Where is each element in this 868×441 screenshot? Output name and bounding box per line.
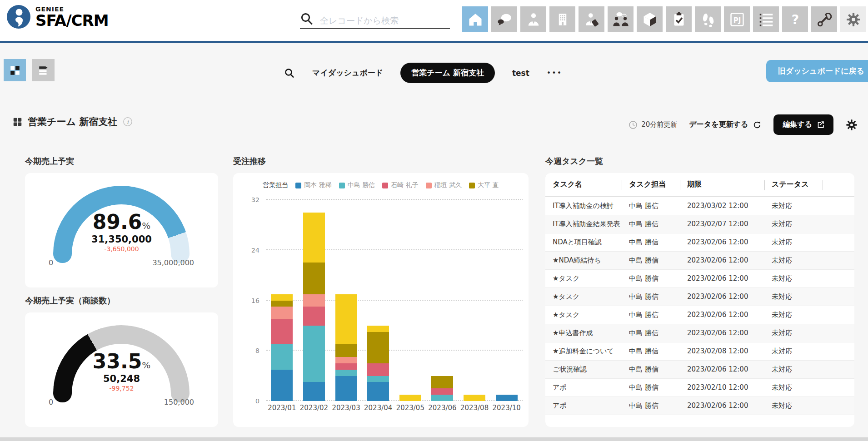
legend-item[interactable]: 石崎 礼子: [382, 181, 418, 189]
dashboard-search-icon[interactable]: [284, 68, 295, 79]
bar-segment[interactable]: [335, 357, 357, 363]
table-cell: 中島 勝信: [622, 306, 680, 324]
table-row[interactable]: アポ中島 勝信2023/02/06 12:00未対応: [545, 396, 854, 415]
brand-logo: GENIEE SFA/CRM: [6, 5, 109, 29]
bar-segment[interactable]: [335, 376, 357, 401]
legend-swatch-icon: [382, 183, 388, 188]
project-icon[interactable]: PJ: [724, 6, 750, 32]
table-row[interactable]: ★タスク中島 勝信2023/02/06 12:00未対応: [545, 269, 854, 287]
bar-segment[interactable]: [271, 294, 293, 301]
bar-segment[interactable]: [303, 213, 325, 263]
table-cell: 未対応: [764, 360, 823, 378]
table-cell: アポ: [545, 396, 622, 415]
bar-2023/03[interactable]: [335, 294, 357, 401]
home-icon[interactable]: [462, 6, 488, 32]
legend-item[interactable]: 稲垣 武久: [426, 181, 462, 189]
bar-segment[interactable]: [431, 376, 453, 389]
bar-segment[interactable]: [271, 370, 293, 401]
bar-segment[interactable]: [431, 395, 453, 401]
tab-my-dashboard[interactable]: マイダッシュボード: [312, 68, 383, 78]
table-row[interactable]: ご状況確認中島 勝信2023/02/06 12:00未対応: [545, 360, 854, 378]
tools-icon[interactable]: [811, 6, 837, 32]
bar-segment[interactable]: [367, 332, 389, 363]
global-search-input[interactable]: [320, 15, 438, 25]
bar-segment[interactable]: [335, 363, 357, 370]
refresh-data-button[interactable]: データを更新する: [689, 120, 762, 129]
edit-button[interactable]: 編集する: [773, 114, 833, 135]
bar-segment[interactable]: [335, 370, 357, 376]
bar-2023/08[interactable]: [464, 395, 485, 401]
back-to-old-dashboard-button[interactable]: 旧ダッシュボードに戻る: [766, 60, 868, 82]
bar-segment[interactable]: [271, 307, 293, 319]
bar-segment[interactable]: [367, 376, 389, 382]
list-icon[interactable]: [753, 6, 779, 32]
bar-segment[interactable]: [335, 344, 357, 357]
activity-icon[interactable]: [695, 6, 721, 32]
meeting-icon[interactable]: [608, 6, 634, 32]
bar-2023/04[interactable]: [367, 326, 389, 401]
x-axis-label: 2023/10: [490, 404, 523, 412]
table-cell: 中島 勝信: [622, 287, 680, 306]
legend-item[interactable]: 岡本 雅稀: [295, 181, 331, 189]
page-settings-gear-icon[interactable]: [845, 119, 858, 131]
bottom-strip: [0, 437, 868, 441]
company-icon[interactable]: [549, 6, 575, 32]
deal-icon[interactable]: [579, 6, 604, 32]
bar-segment[interactable]: [303, 307, 325, 326]
bar-2023/10[interactable]: [496, 395, 518, 401]
y-tick-label: 16: [251, 297, 259, 304]
global-search: [300, 12, 450, 29]
bar-segment[interactable]: [335, 294, 357, 345]
table-cell: IT導入補助金結果発表: [545, 215, 622, 233]
deal-count-gauge: 33.5% 50,248 -99,752 0 150,000: [25, 312, 218, 427]
table-row[interactable]: IT導入補助金の検討中島 勝信2023/03/02 12:00未対応: [545, 197, 854, 215]
bar-segment[interactable]: [367, 326, 389, 332]
bar-segment[interactable]: [271, 319, 293, 344]
table-row[interactable]: アポ中島 勝信2023/02/10 12:00未対応: [545, 378, 854, 396]
tab-test[interactable]: test: [512, 69, 529, 78]
table-row[interactable]: ★申込書作成中島 勝信2023/02/06 12:00未対応: [545, 324, 854, 342]
more-tabs-button[interactable]: •••: [547, 69, 562, 77]
dashboard-view-button[interactable]: [4, 59, 26, 81]
task-icon[interactable]: [666, 6, 692, 32]
bar-segment[interactable]: [367, 363, 389, 376]
info-icon[interactable]: i: [123, 117, 133, 127]
chart-panel-title: 受注推移: [233, 156, 266, 167]
table-row[interactable]: IT導入補助金結果発表中島 勝信2023/02/07 12:00未対応: [545, 215, 854, 233]
legend-item[interactable]: 中島 勝信: [339, 181, 375, 189]
bar-segment[interactable]: [271, 301, 293, 307]
bar-segment[interactable]: [271, 344, 293, 369]
table-cell: 中島 勝信: [622, 269, 680, 287]
bar-segment[interactable]: [367, 382, 389, 401]
chat-icon[interactable]: [491, 6, 517, 32]
tab-sales-team-shinjuku[interactable]: 営業チーム 新宿支社: [400, 63, 495, 83]
bar-segment[interactable]: [464, 395, 485, 401]
y-tick-label: 24: [251, 247, 259, 254]
table-row[interactable]: ★NDA締結待ち中島 勝信2023/02/06 12:00未対応: [545, 251, 854, 269]
bar-segment[interactable]: [303, 294, 325, 307]
x-axis-label: 2023/03: [330, 404, 362, 412]
bar-segment[interactable]: [399, 395, 421, 401]
table-cell: [823, 287, 854, 306]
report-view-button[interactable]: [32, 59, 55, 81]
contact-icon[interactable]: [520, 6, 546, 32]
table-row[interactable]: NDAと項目確認中島 勝信2023/02/06 12:00未対応: [545, 233, 854, 251]
bar-segment[interactable]: [303, 382, 325, 401]
legend-item[interactable]: 大平 直: [469, 181, 499, 189]
table-row[interactable]: ★タスク中島 勝信2023/02/06 12:00未対応: [545, 287, 854, 306]
table-cell: [823, 342, 854, 360]
bar-segment[interactable]: [303, 263, 325, 294]
product-icon[interactable]: [637, 6, 663, 32]
bar-segment[interactable]: [496, 395, 518, 401]
bar-segment[interactable]: [303, 326, 325, 382]
bar-2023/01[interactable]: [271, 294, 293, 401]
help-icon[interactable]: ?: [782, 6, 808, 32]
bar-2023/02[interactable]: [303, 213, 325, 401]
gauge-diff: -3,650,000: [25, 245, 218, 253]
table-row[interactable]: ★追加料金について中島 勝信2023/02/08 12:00未対応: [545, 342, 854, 360]
table-row[interactable]: ★タスク中島 勝信2023/02/06 12:00未対応: [545, 306, 854, 324]
settings-icon[interactable]: [840, 6, 866, 32]
bar-segment[interactable]: [431, 388, 453, 395]
bar-2023/06[interactable]: [431, 376, 453, 401]
bar-2023/05[interactable]: [399, 395, 421, 401]
